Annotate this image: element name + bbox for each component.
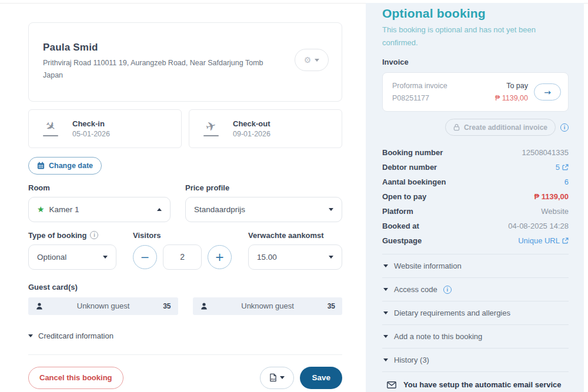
cancel-booking-button[interactable]: Cancel this booking — [28, 367, 123, 389]
change-date-label: Change date — [49, 162, 93, 170]
booking-edit-pane: Paula Smid Prithviraj Road 110011 19, Au… — [28, 4, 342, 389]
to-pay-label: To pay — [495, 80, 528, 92]
guest-name: Paula Smid — [43, 42, 328, 53]
guest-settings-button[interactable]: ⚙ — [295, 49, 329, 71]
open-invoice-button[interactable]: → — [534, 83, 561, 100]
change-date-button[interactable]: Change date — [28, 157, 102, 175]
debtor-number-link[interactable]: 5 — [556, 163, 569, 172]
price-profile-value: Standaardprijs — [194, 205, 245, 214]
triangle-down-icon — [28, 334, 33, 337]
create-additional-invoice-button[interactable]: Create additional invoice — [445, 119, 556, 136]
info-icon[interactable]: i — [90, 231, 98, 239]
dates-row: ✈ Check-in 05-01-2026 ✈ Check-out 09-01-… — [28, 109, 342, 148]
guest-address-line1: Prithviraj Road 110011 19, Aurangzeb Roa… — [43, 59, 263, 67]
star-icon: ★ — [37, 205, 45, 214]
expected-arrival-value: 15.00 — [257, 253, 277, 262]
lock-icon — [453, 123, 460, 131]
creditcard-information-label: Creditcard information — [38, 331, 113, 340]
visitors-label: Visitors — [133, 231, 232, 240]
visitors-input[interactable] — [163, 244, 202, 270]
checkin-label: Check-in — [72, 119, 110, 128]
section-website-information[interactable]: Website information — [382, 254, 569, 278]
booking-summary-panel: Optional booking This booking is optiona… — [366, 3, 584, 392]
person-icon — [200, 302, 208, 310]
guest-card-row[interactable]: Unknown guest 35 — [28, 297, 178, 315]
price-profile-label: Price profile — [185, 183, 342, 192]
info-icon[interactable]: i — [560, 123, 569, 132]
booking-count-link[interactable]: 6 — [564, 177, 569, 186]
invoice-number: P08251177 — [392, 92, 495, 105]
guest-card-age: 35 — [328, 302, 335, 310]
checkout-label: Check-out — [233, 119, 270, 128]
arrow-right-icon: → — [544, 88, 551, 97]
detail-row-booking-count: Aantal boekingen 6 — [382, 175, 569, 189]
person-icon — [35, 302, 44, 310]
email-service-notice: You have setup the automatic email servi… — [382, 372, 569, 389]
section-access-code[interactable]: Access code i — [382, 278, 569, 301]
save-button[interactable]: Save — [300, 367, 342, 389]
section-add-note[interactable]: Add a note to this booking — [382, 325, 569, 349]
booking-detail-page: Paula Smid Prithviraj Road 110011 19, Au… — [0, 0, 588, 392]
visitors-increment-button[interactable]: + — [208, 245, 232, 269]
detail-row-open-to-pay: Open to pay ₱ 1139,00 — [382, 189, 569, 204]
invoice-card: Proforma invoice P08251177 To pay ₱ 1139… — [382, 72, 569, 112]
detail-row-booking-number: Booking number 12508041335 — [382, 145, 569, 160]
section-history[interactable]: History (3) — [382, 349, 569, 372]
visitors-stepper: − + — [133, 244, 232, 270]
triangle-down-icon — [383, 264, 388, 267]
section-dietary-requirements[interactable]: Dietary requirements and allergies — [382, 301, 569, 325]
booking-type-label: Type of booking — [28, 231, 86, 240]
panel-title: Optional booking — [382, 6, 569, 21]
chevron-down-icon — [329, 208, 333, 211]
minus-icon: − — [141, 250, 150, 263]
checkin-card: ✈ Check-in 05-01-2026 — [28, 109, 182, 148]
chevron-down-icon — [280, 376, 285, 379]
external-link-icon — [562, 164, 569, 170]
guest-card-name: Unknown guest — [208, 301, 328, 310]
svg-text:PDF: PDF — [271, 378, 276, 381]
footer-divider — [28, 354, 342, 355]
expected-arrival-select[interactable]: 15.00 — [248, 244, 342, 270]
email-service-text: You have setup the automatic email servi… — [403, 380, 562, 389]
checkout-card: ✈ Check-out 09-01-2026 — [189, 109, 342, 148]
checkout-date: 09-01-2026 — [233, 130, 270, 138]
booking-type-select[interactable]: Optional — [28, 244, 116, 270]
external-link-icon — [562, 237, 569, 244]
calendar-icon — [37, 162, 45, 169]
plane-landing-icon: ✈ — [39, 120, 62, 136]
download-pdf-button[interactable]: PDF — [260, 367, 294, 389]
plane-takeoff-icon: ✈ — [200, 120, 222, 136]
detail-row-platform: Platform Website — [382, 204, 569, 219]
triangle-down-icon — [383, 359, 388, 361]
guest-info-card: Paula Smid Prithviraj Road 110011 19, Au… — [28, 22, 342, 102]
to-pay-amount: ₱ 1139,00 — [495, 92, 528, 105]
invoice-type: Proforma invoice — [392, 80, 495, 92]
create-additional-invoice-label: Create additional invoice — [464, 123, 547, 132]
chevron-down-icon — [315, 59, 319, 62]
gear-icon: ⚙ — [304, 56, 312, 64]
chevron-up-icon — [157, 208, 162, 211]
expected-arrival-label: Verwachte aankomst — [248, 231, 342, 240]
detail-row-debtor-number: Debtor number 5 — [382, 160, 569, 175]
booking-details-list: Booking number 12508041335 Debtor number… — [382, 145, 569, 248]
guest-card-age: 35 — [163, 302, 171, 310]
guest-address: Prithviraj Road 110011 19, Aurangzeb Roa… — [43, 57, 278, 82]
creditcard-information-section[interactable]: Creditcard information — [28, 331, 342, 340]
booking-type-value: Optional — [37, 253, 66, 262]
guestpage-link[interactable]: Unique URL — [518, 236, 569, 245]
chevron-down-icon — [103, 256, 108, 259]
room-select[interactable]: ★ Kamer 1 — [28, 197, 171, 222]
price-profile-select[interactable]: Standaardprijs — [185, 197, 342, 222]
guest-cards-label: Guest card(s) — [28, 283, 342, 292]
guest-card-row[interactable]: Unknown guest 35 — [193, 297, 343, 315]
detail-row-booked-at: Booked at 04-08-2025 14:28 — [382, 219, 569, 233]
triangle-down-icon — [383, 335, 388, 338]
triangle-down-icon — [383, 311, 388, 314]
pdf-file-icon: PDF — [269, 373, 277, 382]
info-icon[interactable]: i — [443, 286, 452, 294]
plus-icon: + — [215, 250, 225, 263]
visitors-decrement-button[interactable]: − — [133, 245, 157, 269]
chevron-down-icon — [329, 256, 333, 259]
guest-address-line2: Japan — [43, 71, 63, 79]
room-value: Kamer 1 — [49, 205, 79, 214]
